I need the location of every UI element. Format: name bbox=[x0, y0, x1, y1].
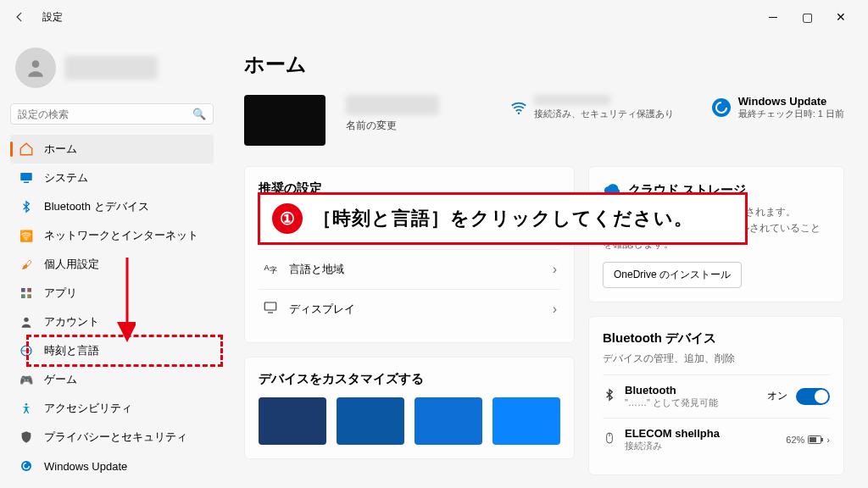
svg-rect-4 bbox=[27, 288, 31, 292]
globe-clock-icon bbox=[19, 343, 34, 358]
customize-title: デバイスをカスタマイズする bbox=[259, 371, 560, 387]
sidebar-item-label: ネットワークとインターネット bbox=[44, 228, 198, 243]
search-icon: 🔍 bbox=[192, 108, 206, 120]
sidebar-item-label: Windows Update bbox=[44, 460, 127, 473]
chevron-right-icon: › bbox=[826, 435, 830, 445]
sidebar-item-label: アカウント bbox=[44, 314, 99, 330]
shield-icon bbox=[19, 430, 34, 445]
sidebar-item-gaming[interactable]: 🎮 ゲーム bbox=[10, 365, 214, 394]
title-bar: 設定 ─ ▢ ✕ bbox=[0, 0, 868, 34]
wifi-status-card[interactable]: 接続済み、セキュリティ保護あり bbox=[510, 95, 674, 120]
avatar-icon bbox=[15, 47, 56, 88]
svg-text:字: 字 bbox=[270, 266, 277, 274]
update-title: Windows Update bbox=[738, 95, 844, 108]
display-icon bbox=[262, 300, 279, 319]
bt-device-sub: 接続済み bbox=[625, 440, 777, 452]
sidebar-item-label: Bluetooth とデバイス bbox=[44, 199, 149, 214]
bt-battery: 62% › bbox=[786, 435, 830, 445]
sidebar-item-apps[interactable]: アプリ bbox=[10, 279, 214, 308]
sidebar-item-time-language[interactable]: 時刻と言語 bbox=[10, 336, 214, 365]
rename-link[interactable]: 名前の変更 bbox=[346, 119, 439, 133]
customize-card: デバイスをカスタマイズする bbox=[244, 357, 575, 459]
svg-rect-1 bbox=[20, 173, 32, 180]
close-button[interactable]: ✕ bbox=[824, 10, 858, 24]
brush-icon: 🖌 bbox=[19, 257, 34, 272]
battery-icon bbox=[808, 435, 823, 444]
bt-toggle-row: Bluetooth "……" として発見可能 オン bbox=[603, 374, 830, 418]
onedrive-install-button[interactable]: OneDrive のインストール bbox=[603, 262, 742, 288]
sidebar-item-system[interactable]: システム bbox=[10, 164, 214, 192]
theme-thumb[interactable] bbox=[259, 397, 326, 445]
sidebar-item-windows-update[interactable]: Windows Update bbox=[10, 452, 214, 480]
header-row: 名前の変更 接続済み、セキュリティ保護あり Windows Update 最終チ… bbox=[244, 95, 844, 146]
sidebar-item-network[interactable]: 🛜 ネットワークとインターネット bbox=[10, 221, 214, 250]
update-sub: 最終チェック日時: 1 日前 bbox=[738, 108, 844, 120]
network-icon: 🛜 bbox=[19, 228, 34, 243]
svg-point-0 bbox=[32, 60, 40, 68]
svg-point-9 bbox=[25, 403, 28, 406]
update-status-card[interactable]: Windows Update 最終チェック日時: 1 日前 bbox=[711, 95, 844, 120]
svg-point-12 bbox=[712, 98, 731, 117]
game-icon: 🎮 bbox=[19, 372, 34, 387]
minimize-button[interactable]: ─ bbox=[756, 10, 790, 24]
bt-device-row[interactable]: ELECOM shellpha 接続済み 62% › bbox=[603, 418, 830, 461]
search-box[interactable]: 🔍 bbox=[10, 103, 214, 125]
sidebar-item-label: 時刻と言語 bbox=[44, 343, 99, 358]
bt-title: Bluetooth デバイス bbox=[603, 330, 830, 347]
svg-rect-19 bbox=[810, 437, 816, 442]
sidebar-item-privacy[interactable]: プライバシーとセキュリティ bbox=[10, 423, 214, 452]
accessibility-icon bbox=[19, 401, 34, 416]
chevron-right-icon: › bbox=[553, 262, 557, 277]
sidebar: 🔍 ホーム システム Bluetooth とデバイス 🛜 ネットワークとインター… bbox=[0, 34, 220, 488]
chevron-right-icon: › bbox=[553, 302, 557, 317]
setting-row-display[interactable]: ディスプレイ › bbox=[259, 289, 560, 329]
sidebar-item-label: ゲーム bbox=[44, 372, 77, 387]
setting-row-label: ディスプレイ bbox=[289, 302, 542, 317]
theme-thumb[interactable] bbox=[492, 397, 560, 445]
ssid-redacted bbox=[534, 95, 610, 105]
svg-rect-6 bbox=[27, 294, 31, 298]
svg-rect-3 bbox=[21, 288, 25, 292]
bluetooth-card: Bluetooth デバイス デバイスの管理、追加、削除 Bluetooth "… bbox=[588, 316, 844, 475]
mouse-icon bbox=[603, 431, 616, 448]
svg-point-7 bbox=[24, 318, 28, 322]
setting-row-label: 言語と地域 bbox=[289, 262, 542, 277]
home-icon bbox=[19, 141, 34, 157]
nav-list: ホーム システム Bluetooth とデバイス 🛜 ネットワークとインターネッ… bbox=[10, 135, 214, 480]
account-icon bbox=[19, 314, 34, 330]
page-title: ホーム bbox=[244, 51, 844, 78]
update-icon bbox=[711, 97, 732, 118]
sidebar-item-personalization[interactable]: 🖌 個人用設定 bbox=[10, 250, 214, 279]
bt-toggle[interactable] bbox=[796, 388, 830, 405]
theme-thumb[interactable] bbox=[337, 397, 404, 445]
svg-rect-2 bbox=[24, 182, 29, 184]
annotation-number-badge: ① bbox=[272, 203, 303, 234]
maximize-button[interactable]: ▢ bbox=[790, 10, 824, 24]
svg-text:A: A bbox=[264, 263, 270, 272]
svg-rect-5 bbox=[21, 294, 25, 298]
wifi-status-text: 接続済み、セキュリティ保護あり bbox=[534, 108, 674, 120]
apps-icon bbox=[19, 286, 34, 301]
svg-point-10 bbox=[21, 461, 31, 471]
window-title: 設定 bbox=[42, 10, 63, 25]
sidebar-item-label: プライバシーとセキュリティ bbox=[44, 430, 187, 445]
sidebar-item-label: 個人用設定 bbox=[44, 257, 99, 272]
user-name-redacted bbox=[64, 56, 158, 80]
sidebar-item-bluetooth[interactable]: Bluetooth とデバイス bbox=[10, 192, 214, 221]
svg-rect-18 bbox=[821, 438, 823, 441]
sidebar-item-label: アプリ bbox=[44, 286, 77, 301]
language-icon: A字 bbox=[262, 260, 279, 279]
bt-sub: デバイスの管理、追加、削除 bbox=[603, 352, 830, 366]
back-button[interactable] bbox=[10, 8, 29, 26]
bluetooth-icon bbox=[19, 199, 34, 214]
setting-row-language[interactable]: A字 言語と地域 › bbox=[259, 249, 560, 289]
pc-thumbnail bbox=[244, 95, 326, 146]
theme-thumb[interactable] bbox=[415, 397, 482, 445]
search-input[interactable] bbox=[18, 108, 192, 120]
sidebar-item-accounts[interactable]: アカウント bbox=[10, 308, 214, 336]
sidebar-item-accessibility[interactable]: アクセシビリティ bbox=[10, 394, 214, 423]
pc-name-redacted bbox=[346, 95, 439, 115]
bluetooth-icon bbox=[603, 388, 616, 405]
user-profile[interactable] bbox=[10, 41, 214, 100]
sidebar-item-home[interactable]: ホーム bbox=[10, 135, 214, 164]
